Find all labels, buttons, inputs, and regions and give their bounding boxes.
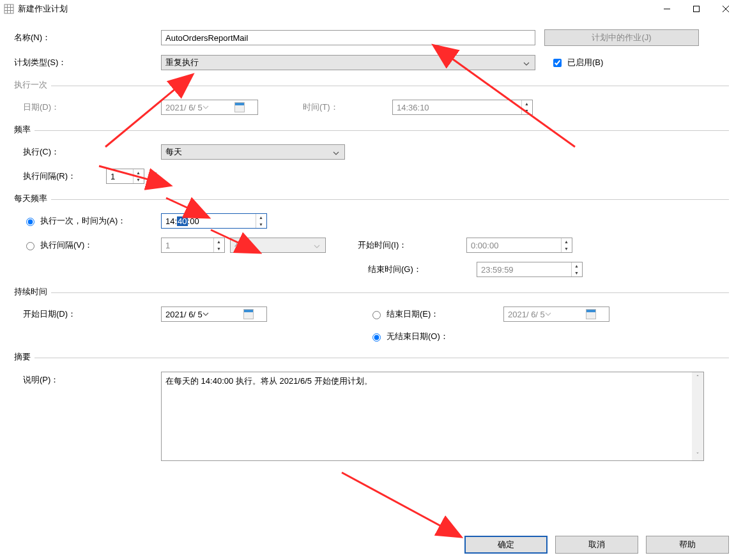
duration-end-date-radio-input[interactable] (372, 311, 381, 319)
name-label: 名称(N)： (14, 32, 161, 43)
once-date-label: 日期(D)： (23, 102, 161, 113)
daily-once-radio-input[interactable] (26, 218, 34, 226)
summary-desc-label: 说明(P)： (23, 372, 161, 386)
once-date-value: 2021/ 6/ 5 (165, 103, 203, 112)
scheduled-jobs-button: 计划中的作业(J) (544, 29, 699, 46)
svg-rect-3 (10, 4, 11, 13)
freq-exec-value: 每天 (165, 146, 182, 158)
duration-no-end-radio-input[interactable] (372, 333, 381, 342)
duration-end-date-radio-label: 结束日期(E)： (387, 308, 439, 320)
spinner-icon: ▲▼ (571, 262, 581, 276)
duration-no-end-radio-label: 无结束日期(O)： (387, 331, 448, 342)
chevron-down-icon (203, 310, 209, 319)
svg-rect-4 (4, 10, 13, 11)
once-time-value: 14:36:10 (397, 103, 429, 112)
summary-desc-textarea[interactable]: 在每天的 14:40:00 执行。将从 2021/6/5 开始使用计划。 ˆˇ (161, 372, 704, 461)
svg-rect-6 (694, 6, 700, 12)
daily-start-label: 开始时间(I)： (358, 239, 466, 251)
daily-end-label: 结束时间(G)： (368, 264, 477, 275)
spinner-icon: ▲▼ (213, 238, 224, 252)
freq-interval-value: 1 (111, 172, 115, 181)
ok-button[interactable]: 确定 (464, 536, 548, 554)
freq-exec-label: 执行(C)： (23, 146, 161, 158)
chevron-down-icon (523, 59, 530, 69)
duration-start-value: 2021/ 6/ 5 (165, 310, 203, 319)
summary-legend: 摘要 (14, 351, 31, 363)
daily-interval-stepper: 1 ▲▼ (161, 238, 225, 253)
duration-end-picker: 2021/ 6/ 5 (503, 306, 609, 322)
daily-once-time-picker[interactable]: 14:40:00 ▲▼ (161, 213, 267, 229)
chevron-down-icon (545, 310, 551, 319)
close-button[interactable] (711, 0, 740, 18)
duration-end-value: 2021/ 6/ 5 (508, 310, 545, 319)
minimize-button[interactable] (652, 0, 682, 18)
maximize-button[interactable] (682, 0, 711, 18)
plan-type-label: 计划类型(S)： (14, 57, 161, 68)
svg-rect-1 (4, 7, 13, 8)
window-icon (4, 4, 14, 14)
daily-start-picker: 0:00:00 ▲▼ (466, 238, 572, 253)
calendar-icon (586, 309, 596, 319)
daily-interval-radio-input[interactable] (26, 242, 34, 250)
daily-once-radio[interactable]: 执行一次，时间为(A)： (23, 215, 161, 227)
daily-interval-unit-dropdown: 小时 (230, 238, 326, 253)
duration-start-label: 开始日期(D)： (23, 308, 161, 320)
freq-legend: 频率 (14, 124, 31, 135)
daily-once-radio-label: 执行一次，时间为(A)： (40, 215, 126, 227)
calendar-icon (243, 309, 254, 319)
freq-interval-unit: 天 (149, 170, 158, 182)
once-date-picker: 2021/ 6/ 5 (161, 100, 258, 115)
chevron-down-icon (203, 103, 209, 112)
daily-interval-unit: 小时 (234, 239, 251, 251)
svg-rect-2 (7, 4, 8, 13)
enabled-label: 已启用(B) (567, 57, 603, 68)
duration-no-end-radio[interactable]: 无结束日期(O)： (369, 331, 448, 342)
freq-interval-label: 执行间隔(R)： (23, 170, 106, 182)
once-legend: 执行一次 (14, 79, 47, 91)
svg-rect-0 (4, 4, 13, 13)
spinner-icon: ▲▼ (561, 238, 571, 252)
once-time-label: 时间(T)： (303, 102, 392, 113)
duration-legend: 持续时间 (14, 286, 47, 298)
chevron-down-icon (333, 149, 339, 158)
enabled-check-input[interactable] (553, 59, 562, 67)
plan-type-dropdown[interactable]: 重复执行 (161, 55, 535, 70)
title-bar: 新建作业计划 (0, 0, 743, 18)
daily-interval-radio-label: 执行间隔(V)： (40, 239, 93, 251)
spinner-icon[interactable]: ▲▼ (256, 214, 266, 228)
chevron-down-icon (314, 242, 320, 252)
cancel-button[interactable]: 取消 (555, 536, 638, 554)
freq-interval-stepper[interactable]: 1 ▲▼ (106, 169, 144, 184)
scrollbar[interactable]: ˆˇ (692, 372, 703, 460)
help-button[interactable]: 帮助 (646, 536, 729, 554)
window-title: 新建作业计划 (18, 4, 652, 15)
daily-end-value: 23:59:59 (481, 265, 514, 275)
daily-start-value: 0:00:00 (471, 241, 498, 250)
spinner-icon[interactable]: ▲▼ (133, 169, 143, 183)
name-input[interactable] (161, 30, 535, 45)
daily-interval-radio[interactable]: 执行间隔(V)： (23, 239, 161, 251)
spinner-icon: ▲▼ (521, 100, 532, 114)
daily-end-picker: 23:59:59 ▲▼ (477, 262, 583, 277)
plan-type-value: 重复执行 (165, 57, 199, 68)
freq-exec-dropdown[interactable]: 每天 (161, 144, 345, 160)
enabled-checkbox[interactable]: 已启用(B) (551, 57, 603, 69)
duration-end-date-radio[interactable]: 结束日期(E)： (369, 308, 503, 320)
daily-interval-value: 1 (165, 241, 170, 250)
duration-start-picker[interactable]: 2021/ 6/ 5 (161, 306, 267, 322)
summary-desc-value: 在每天的 14:40:00 执行。将从 2021/6/5 开始使用计划。 (165, 376, 372, 386)
calendar-icon (234, 102, 245, 112)
daily-legend: 每天频率 (14, 193, 47, 204)
once-time-picker: 14:36:10 ▲▼ (392, 100, 533, 115)
